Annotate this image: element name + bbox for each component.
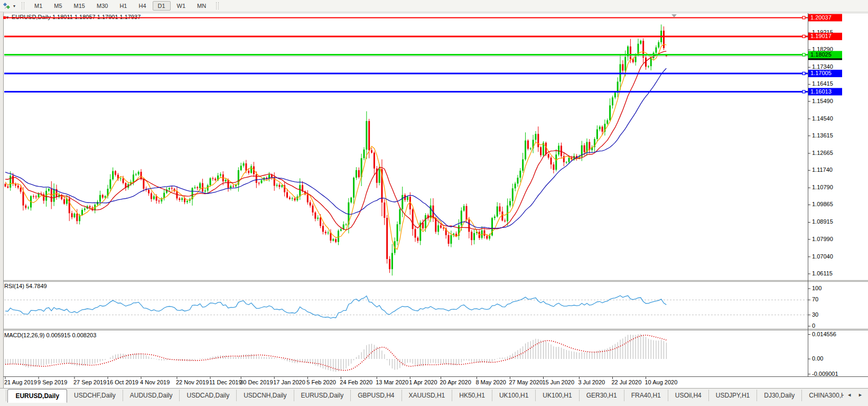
tab-usdchf-daily-1[interactable]: USDCHF,Daily <box>67 390 123 401</box>
candle-body <box>338 230 339 242</box>
candle-body <box>402 195 403 209</box>
x-axis-date-label: 21 Aug 2019 <box>4 379 37 385</box>
candle-body <box>294 198 296 200</box>
rsi-tick-label: 0 <box>812 322 815 329</box>
timeframe-button-h1[interactable]: H1 <box>114 1 132 11</box>
level-line-handle[interactable] <box>802 35 805 38</box>
candle-body <box>256 174 257 183</box>
tab-uk100-h1-10[interactable]: UK100,H1 <box>535 390 578 401</box>
tab-china300-h1-16[interactable]: CHINA300,H1 <box>801 390 844 401</box>
x-axis-date-label: 17 Jan 2020 <box>273 379 305 385</box>
candle-body <box>389 259 390 269</box>
level-line-handle[interactable] <box>802 72 805 75</box>
tab-scroll-right-icon[interactable]: ► <box>855 391 866 399</box>
candle-body <box>660 31 662 42</box>
candle-body <box>409 197 411 209</box>
chart-menu-arrow-icon[interactable]: ▼ <box>5 15 10 20</box>
candle-body <box>81 210 83 215</box>
candle-body <box>481 230 483 238</box>
timeframe-button-m1[interactable]: M1 <box>29 1 48 11</box>
timeframe-button-w1[interactable]: W1 <box>172 1 191 11</box>
candle-body <box>525 141 526 160</box>
price-level-badge <box>808 14 842 21</box>
price-level-badge <box>808 51 842 58</box>
candle-body <box>612 97 613 105</box>
candle-body <box>332 239 334 241</box>
x-axis-date-label: 22 Nov 2019 <box>176 379 209 385</box>
candle-body <box>169 188 170 190</box>
candle-body <box>56 189 58 197</box>
candle-body <box>358 170 360 177</box>
y-tick-label: 1.07990 <box>812 236 833 242</box>
chart-mode-icon <box>3 2 12 10</box>
y-tick-label: 1.17340 <box>812 63 833 70</box>
candle-body <box>553 164 554 170</box>
tab-usdcnh-daily-4[interactable]: USDCNH,Daily <box>236 390 293 401</box>
tab-eurusd-daily-5[interactable]: EURUSD,Daily <box>294 390 351 401</box>
tab-dj30-daily-15[interactable]: DJ30,Daily <box>757 390 801 401</box>
candle-body <box>163 193 165 198</box>
level-line-handle[interactable] <box>802 53 805 56</box>
y-tick-label: 1.11740 <box>812 167 833 173</box>
candle-body <box>107 189 109 196</box>
chart-shift-marker[interactable] <box>671 14 677 17</box>
candle-body <box>250 167 252 173</box>
tab-usoil-h4-13[interactable]: USOil,H4 <box>668 390 708 401</box>
candle-body <box>217 176 219 180</box>
candle-body <box>461 210 462 225</box>
timeframe-button-d1[interactable]: D1 <box>153 1 171 11</box>
tab-xauusd-h1-7[interactable]: XAUUSD,H1 <box>402 390 452 401</box>
tab-scroll-left-icon[interactable]: ◄ <box>844 391 855 399</box>
tab-fra40-h1-12[interactable]: FRA40,H1 <box>624 390 668 401</box>
tab-ger30-h1-11[interactable]: GER30,H1 <box>579 390 624 401</box>
timeframe-button-m5[interactable]: M5 <box>49 1 67 11</box>
y-tick-label: 1.09865 <box>812 201 833 207</box>
level-line-handle[interactable] <box>802 16 805 19</box>
tab-uk100-h1-9[interactable]: UK100,H1 <box>492 390 535 401</box>
tab-eurusd-daily-0[interactable]: EURUSD,Daily <box>7 389 67 403</box>
x-axis-date-label: 13 Mar 2020 <box>376 379 408 385</box>
tab-audusd-daily-2[interactable]: AUDUSD,Daily <box>123 390 180 401</box>
chart-mode-dropdown[interactable]: ▾ <box>0 2 17 10</box>
candle-body <box>181 198 183 200</box>
tab-gbpusd-h4-6[interactable]: GBPUSD,H4 <box>350 390 401 401</box>
candle-body <box>591 147 593 150</box>
candle-body <box>15 184 16 186</box>
window-left-edge <box>0 12 3 389</box>
candle-body <box>97 202 98 205</box>
price-level-badge-label: 1.17005 <box>810 70 832 76</box>
candle-body <box>138 172 139 174</box>
timeframe-button-m15[interactable]: M15 <box>69 1 90 11</box>
candle-body <box>166 189 167 192</box>
timeframe-button-h4[interactable]: H4 <box>133 1 151 11</box>
candle-body <box>220 174 221 176</box>
candle-body <box>415 229 416 237</box>
candle-body <box>204 190 206 191</box>
candle-body <box>353 178 354 198</box>
candle-body <box>314 213 316 219</box>
level-line-handle[interactable] <box>802 90 805 93</box>
timeframe-button-m30[interactable]: M30 <box>91 1 113 11</box>
candle-body <box>602 127 603 132</box>
tab-usdjpy-h1-14[interactable]: USDJPY,H1 <box>708 390 757 401</box>
candle-body <box>614 93 616 97</box>
candle-body <box>504 220 506 221</box>
candle-body <box>361 158 362 177</box>
candle-body <box>292 198 293 199</box>
candle-body <box>148 190 150 193</box>
chart-tab-bar: EURUSD,DailyUSDCHF,DailyAUDUSD,DailyUSDC… <box>0 388 868 406</box>
candle-body <box>501 211 503 220</box>
tab-usdcad-daily-3[interactable]: USDCAD,Daily <box>179 390 236 401</box>
candle-body <box>471 232 472 240</box>
candle-body <box>458 225 460 236</box>
x-axis-date-label: 20 Apr 2020 <box>440 379 471 385</box>
y-tick-label: 1.08915 <box>812 218 833 225</box>
tab-hk50-h1-8[interactable]: HK50,H1 <box>452 390 492 401</box>
candle-body <box>489 235 490 238</box>
timeframe-button-mn[interactable]: MN <box>192 1 211 11</box>
x-axis-date-label: 9 Sep 2019 <box>38 379 67 385</box>
price-chart-canvas[interactable]: 1.192151.182901.173401.164151.154901.145… <box>0 12 868 389</box>
candle-body <box>143 179 144 189</box>
candle-body <box>666 55 667 57</box>
candle-body <box>235 184 237 186</box>
